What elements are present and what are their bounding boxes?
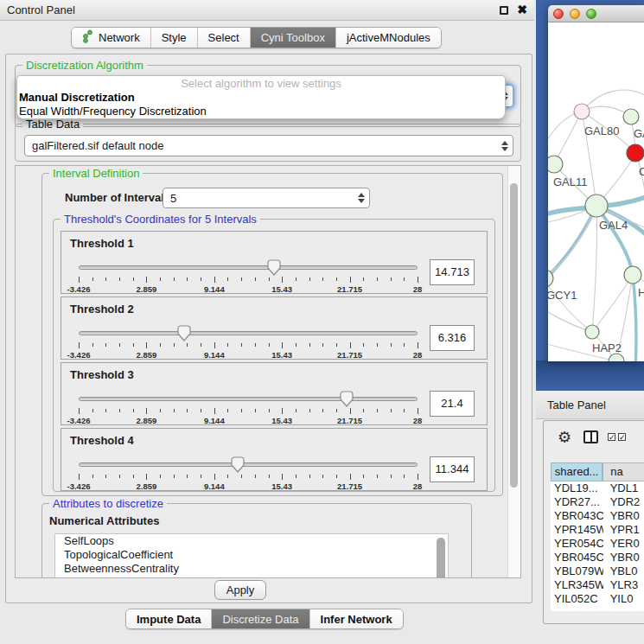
table-data-combobox[interactable]: galFiltered.sif default node <box>24 135 513 156</box>
network-edge[interactable] <box>592 275 633 332</box>
slider-track[interactable] <box>79 331 418 335</box>
column-header-shared-name[interactable]: shared... <box>551 462 603 481</box>
table-cell[interactable]: YPR145W <box>551 523 603 537</box>
table-row[interactable]: YBL079WYBL0 <box>551 564 644 578</box>
table-row[interactable]: YBR045CYBR0 <box>551 551 644 564</box>
network-edge-thick[interactable] <box>633 275 636 361</box>
top-tabbar: Network Style Select Cyni Toolbox jActiv… <box>71 27 442 48</box>
table-cell[interactable]: YPR1 <box>603 523 644 537</box>
column-view-icon[interactable] <box>583 430 598 443</box>
numerical-attributes-list[interactable]: SelfLoopsTopologicalCoefficientBetweenne… <box>54 533 449 578</box>
slider-track[interactable] <box>79 462 418 467</box>
table-cell[interactable]: YIL052C <box>551 592 603 606</box>
table-cell[interactable]: YBL0 <box>603 564 644 578</box>
control-panel-title: Control Panel <box>7 3 75 16</box>
network-node[interactable] <box>548 156 563 173</box>
attribute-list-item[interactable]: TopologicalCoefficient <box>55 548 448 562</box>
network-window-titlebar[interactable] <box>548 5 644 22</box>
settings-gear-icon[interactable]: ⚙ <box>558 428 571 447</box>
network-node[interactable] <box>574 104 590 119</box>
network-view-window[interactable]: GAL80GACGAL11GAL4HGCY1HAP2 <box>548 5 644 361</box>
threshold-slider[interactable]: -3.4262.8599.14415.4321.71528 <box>79 323 418 360</box>
slider-thumb-icon[interactable] <box>340 391 354 407</box>
network-canvas[interactable]: GAL80GACGAL11GAL4HGCY1HAP2 <box>548 22 644 361</box>
node-table[interactable]: shared... na YDL19...YDL1YDR27...YDR2YBR… <box>551 462 644 611</box>
float-window-icon[interactable] <box>500 6 508 15</box>
table-cell[interactable]: YIL0 <box>603 592 644 606</box>
table-cell[interactable]: YBL079W <box>551 564 603 578</box>
slider-track[interactable] <box>79 397 418 401</box>
table-row[interactable]: YIL052CYIL0 <box>551 592 644 606</box>
panel-scrollbar-thumb[interactable] <box>510 183 518 488</box>
slider-thumb-icon[interactable] <box>267 259 281 276</box>
slider-thumb-icon[interactable] <box>177 325 191 341</box>
threshold-slider[interactable]: -3.4262.8599.14415.4321.71528 <box>79 389 418 425</box>
network-edge-thick[interactable] <box>548 206 596 285</box>
table-row[interactable]: YDR27...YDR2 <box>551 495 644 509</box>
threshold-slider[interactable]: -3.4262.8599.14415.4321.71528 <box>79 258 418 294</box>
table-row[interactable]: YPR145WYPR1 <box>551 523 644 537</box>
tab-cyni-toolbox[interactable]: Cyni Toolbox <box>251 28 336 48</box>
tab-style[interactable]: Style <box>151 28 198 48</box>
table-cell[interactable]: YLR3 <box>603 578 644 592</box>
network-node[interactable] <box>585 325 599 339</box>
tab-network[interactable]: Network <box>72 28 151 48</box>
slider-tick-label: 21.715 <box>337 481 362 491</box>
table-cell[interactable]: YER0 <box>603 537 644 551</box>
table-cell[interactable]: YDL19... <box>551 481 603 495</box>
dropdown-item-manual-discretization[interactable]: Manual Discretization <box>19 91 503 105</box>
network-node[interactable] <box>624 266 641 284</box>
list-scrollbar-thumb[interactable] <box>437 538 445 578</box>
slider-tick <box>336 343 337 347</box>
tab-impute-data[interactable]: Impute Data <box>126 609 212 628</box>
table-cell[interactable]: YLR345W <box>551 578 603 592</box>
dropdown-item-equal-width-frequency[interactable]: Equal Width/Frequency Discretization <box>19 105 503 118</box>
table-cell[interactable]: YBR043C <box>551 509 603 523</box>
minimize-window-button[interactable] <box>570 9 580 19</box>
threshold-value-field[interactable]: 21.4 <box>430 391 475 417</box>
table-cell[interactable]: YDR2 <box>603 495 644 509</box>
table-cell[interactable]: YDR27... <box>551 495 603 509</box>
threshold-value-field[interactable]: 11.344 <box>430 456 475 482</box>
table-cell[interactable]: YBR0 <box>603 509 644 523</box>
attribute-list-item[interactable]: BetweennessCentrality <box>55 562 448 576</box>
number-of-intervals-combobox[interactable]: 5 <box>163 188 370 208</box>
network-edge[interactable] <box>592 206 597 332</box>
attribute-list-item[interactable]: SelfLoops <box>55 534 448 548</box>
apply-button[interactable]: Apply <box>214 580 266 600</box>
combo-stepper-icon[interactable] <box>497 136 513 156</box>
slider-track[interactable] <box>79 265 418 270</box>
threshold-value-field[interactable]: 14.713 <box>430 259 475 285</box>
slider-thumb-icon[interactable] <box>231 456 245 473</box>
network-node[interactable] <box>623 109 639 124</box>
column-header-name[interactable]: na <box>603 462 644 481</box>
zoom-window-button[interactable] <box>586 9 596 19</box>
tab-jactivemnodules[interactable]: jActiveMNodules <box>336 28 441 48</box>
table-cell[interactable]: YER054C <box>551 537 603 551</box>
network-node[interactable] <box>627 144 644 162</box>
table-cell[interactable]: YBR045C <box>551 551 603 564</box>
tab-select[interactable]: Select <box>198 28 251 48</box>
combo-stepper-icon[interactable] <box>354 188 369 207</box>
close-icon[interactable]: ✖ <box>517 3 527 16</box>
table-row[interactable]: YLR345WYLR3 <box>551 578 644 592</box>
table-cell[interactable]: YDL1 <box>603 481 644 495</box>
network-node[interactable] <box>585 194 608 217</box>
tab-infer-network[interactable]: Infer Network <box>310 609 403 628</box>
panel-scrollbar[interactable] <box>507 166 520 577</box>
tab-discretize-data[interactable]: Discretize Data <box>212 609 309 628</box>
close-window-button[interactable] <box>553 9 564 19</box>
threshold-slider[interactable]: -3.4262.8599.14415.4321.71528 <box>79 455 418 491</box>
list-scrollbar[interactable] <box>436 535 447 578</box>
table-row[interactable]: YDL19...YDL1 <box>551 481 644 495</box>
slider-ticks <box>79 408 418 416</box>
table-row[interactable]: YER054CYER0 <box>551 537 644 551</box>
checkbox-icon[interactable]: ✓ <box>618 433 626 441</box>
table-cell[interactable]: YBR0 <box>603 551 644 564</box>
table-row[interactable]: YBR043CYBR0 <box>551 509 644 523</box>
checkbox-icon[interactable]: ✓ <box>608 433 615 441</box>
network-edge[interactable] <box>548 308 592 332</box>
threshold-value-field[interactable]: 6.316 <box>430 325 475 351</box>
slider-tick-label: 9.144 <box>204 416 225 425</box>
slider-tick <box>418 408 418 414</box>
